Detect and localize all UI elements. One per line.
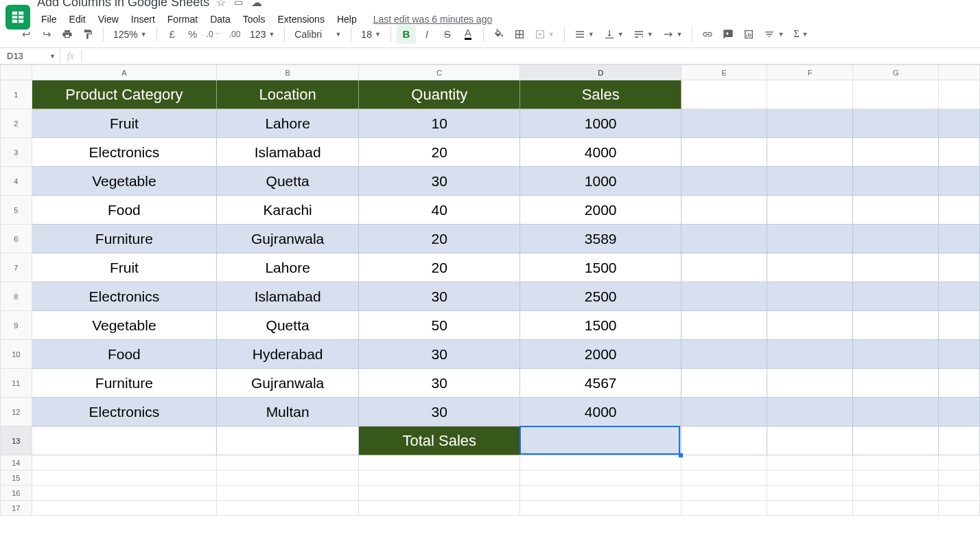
row-header[interactable]: 1 — [1, 80, 32, 109]
vertical-align-dropdown[interactable]: ▼ — [600, 25, 628, 44]
text-color-button[interactable]: A — [458, 25, 478, 44]
empty-cell[interactable] — [217, 427, 359, 455]
empty-cell[interactable] — [681, 253, 767, 282]
row-header[interactable]: 10 — [1, 340, 32, 369]
empty-cell[interactable] — [939, 138, 980, 167]
row-header[interactable]: 8 — [1, 282, 32, 311]
table-header[interactable]: Quantity — [359, 80, 520, 109]
cell[interactable]: Vegetable — [32, 167, 216, 196]
cell[interactable]: Islamabad — [217, 282, 359, 311]
empty-cell[interactable] — [32, 501, 216, 516]
col-header-A[interactable]: A — [32, 65, 216, 80]
move-icon[interactable]: ▭ — [234, 0, 243, 8]
percent-button[interactable]: % — [183, 25, 202, 44]
empty-cell[interactable] — [853, 311, 939, 340]
empty-cell[interactable] — [681, 167, 767, 196]
empty-cell[interactable] — [853, 398, 939, 427]
empty-cell[interactable] — [767, 167, 853, 196]
row-header[interactable]: 12 — [1, 398, 32, 427]
empty-cell[interactable] — [359, 501, 520, 516]
fill-color-button[interactable] — [489, 25, 509, 44]
cell[interactable]: 30 — [359, 167, 520, 196]
cell[interactable]: 4567 — [520, 369, 681, 398]
empty-cell[interactable] — [939, 486, 980, 501]
cell[interactable]: 30 — [359, 282, 520, 311]
table-header[interactable]: Sales — [520, 80, 681, 109]
cell[interactable]: Karachi — [217, 196, 359, 225]
cell[interactable]: 1000 — [520, 167, 681, 196]
horizontal-align-dropdown[interactable]: ▼ — [570, 25, 598, 44]
cell[interactable]: 50 — [359, 311, 520, 340]
text-wrap-dropdown[interactable]: ▼ — [629, 25, 657, 44]
paint-format-button[interactable] — [78, 25, 97, 44]
empty-cell[interactable] — [217, 470, 359, 486]
cell[interactable]: Furniture — [32, 369, 216, 398]
cell[interactable]: Food — [32, 340, 216, 369]
document-title[interactable]: Add Columns in Google Sheets — [36, 0, 209, 10]
text-rotation-dropdown[interactable]: ▼ — [659, 25, 687, 44]
empty-cell[interactable] — [853, 470, 939, 486]
cell[interactable]: 30 — [359, 398, 520, 427]
cell[interactable]: Multan — [217, 398, 359, 427]
empty-cell[interactable] — [939, 369, 980, 398]
bold-button[interactable]: B — [397, 25, 416, 44]
empty-cell[interactable] — [520, 470, 681, 486]
empty-cell[interactable] — [767, 470, 853, 486]
cell[interactable]: 1500 — [520, 311, 681, 340]
empty-cell[interactable] — [853, 225, 939, 253]
empty-cell[interactable] — [681, 455, 767, 470]
undo-button[interactable]: ↩ — [16, 25, 36, 44]
empty-cell[interactable] — [359, 470, 520, 486]
empty-cell[interactable] — [767, 501, 853, 516]
empty-cell[interactable] — [681, 470, 767, 486]
empty-cell[interactable] — [767, 427, 853, 455]
zoom-dropdown[interactable]: 125%▼ — [109, 25, 151, 44]
empty-cell[interactable] — [853, 486, 939, 501]
empty-cell[interactable] — [853, 167, 939, 196]
total-sales-value-cell[interactable] — [520, 427, 681, 455]
empty-cell[interactable] — [359, 486, 520, 501]
row-header[interactable]: 3 — [1, 138, 32, 167]
filter-dropdown[interactable]: ▼ — [760, 25, 788, 44]
empty-cell[interactable] — [939, 80, 980, 109]
cell[interactable]: Fruit — [32, 109, 216, 138]
strikethrough-button[interactable]: S — [438, 25, 457, 44]
cell[interactable]: Quetta — [217, 167, 359, 196]
empty-cell[interactable] — [520, 486, 681, 501]
empty-cell[interactable] — [939, 455, 980, 470]
cell[interactable]: Gujranwala — [217, 369, 359, 398]
empty-cell[interactable] — [939, 253, 980, 282]
empty-cell[interactable] — [217, 486, 359, 501]
table-header[interactable]: Product Category — [32, 80, 216, 109]
empty-cell[interactable] — [853, 282, 939, 311]
empty-cell[interactable] — [853, 501, 939, 516]
empty-cell[interactable] — [853, 196, 939, 225]
empty-cell[interactable] — [939, 225, 980, 253]
cell[interactable]: 1500 — [520, 253, 681, 282]
empty-cell[interactable] — [853, 80, 939, 109]
name-box[interactable]: D13 ▼ — [0, 48, 60, 64]
empty-cell[interactable] — [681, 196, 767, 225]
empty-cell[interactable] — [681, 398, 767, 427]
number-format-dropdown[interactable]: 123▼ — [246, 25, 279, 44]
empty-cell[interactable] — [853, 253, 939, 282]
font-size-dropdown[interactable]: 18▼ — [357, 25, 385, 44]
cell[interactable]: Lahore — [217, 109, 359, 138]
cell[interactable]: Hyderabad — [217, 340, 359, 369]
increase-decimal-button[interactable]: .00 — [225, 25, 244, 44]
empty-cell[interactable] — [853, 138, 939, 167]
merge-cells-dropdown[interactable]: ▼ — [530, 25, 559, 44]
cell[interactable]: Electronics — [32, 138, 216, 167]
cell[interactable]: 20 — [359, 225, 520, 253]
row-header[interactable]: 15 — [1, 470, 32, 486]
row-header[interactable]: 7 — [1, 253, 32, 282]
empty-cell[interactable] — [939, 311, 980, 340]
row-header[interactable]: 2 — [1, 109, 32, 138]
empty-cell[interactable] — [939, 196, 980, 225]
currency-button[interactable]: £ — [163, 25, 182, 44]
empty-cell[interactable] — [767, 398, 853, 427]
empty-cell[interactable] — [767, 455, 853, 470]
empty-cell[interactable] — [853, 340, 939, 369]
cell[interactable]: 30 — [359, 340, 520, 369]
empty-cell[interactable] — [359, 455, 520, 470]
